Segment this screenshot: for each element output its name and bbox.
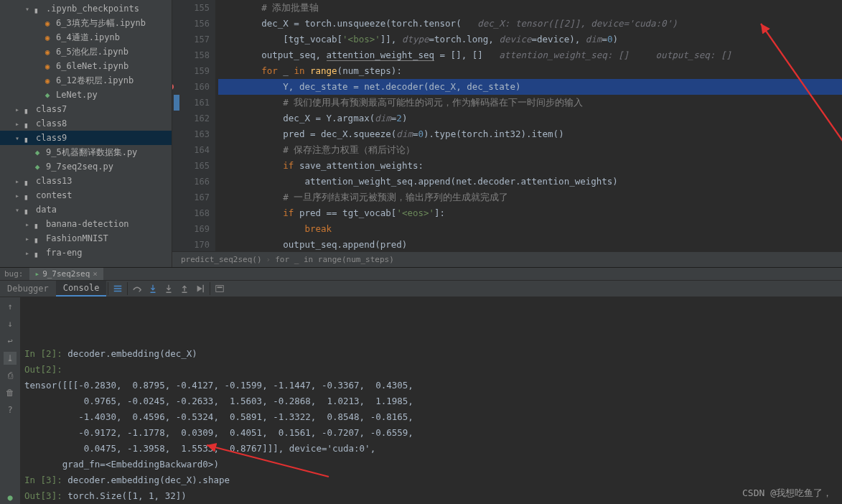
close-icon[interactable]: × xyxy=(93,269,98,279)
tree-item[interactable]: ▸▖FashionMNIST xyxy=(0,231,172,246)
expand-icon[interactable]: ▸ xyxy=(23,249,32,257)
tree-label: class8 xyxy=(36,118,67,129)
code-line[interactable]: pred = dec_X.squeeze(dim=0).type(torch.i… xyxy=(218,126,842,142)
code-line[interactable]: # 我们使用具有预测最高可能性的词元，作为解码器在下一时间步的输入 xyxy=(218,95,842,111)
console-line: -1.4030, 0.4596, -0.5324, 0.5891, -1.332… xyxy=(24,409,838,425)
expand-icon[interactable] xyxy=(23,149,32,157)
tree-item[interactable]: ◆LeNet.py xyxy=(0,88,172,102)
code-line[interactable]: output_seq.append(pred) xyxy=(218,237,842,251)
expand-icon[interactable] xyxy=(33,34,42,42)
code-line[interactable]: for _ in range(num_steps): xyxy=(218,63,842,79)
tree-label: contest xyxy=(36,190,72,200)
tree-item[interactable]: ▾▖data xyxy=(0,202,172,217)
step-into-my-icon[interactable] xyxy=(161,281,177,297)
jupyter-icon: ◉ xyxy=(42,17,53,29)
code-line[interactable]: if pred == tgt_vocab['<eos>']: xyxy=(218,205,842,221)
code-line[interactable]: Y, dec_state = net.decoder(dec_X, dec_st… xyxy=(218,79,842,95)
expand-icon[interactable] xyxy=(33,48,42,56)
code-editor[interactable]: 1551561571581591601611621631641651661671… xyxy=(172,0,842,267)
crumb-0[interactable]: predict_seq2seq() xyxy=(181,255,262,264)
jupyter-icon: ◉ xyxy=(42,32,53,43)
code-line[interactable]: attention_weight_seq.append(net.decoder.… xyxy=(218,174,842,190)
tree-item[interactable]: ▸▖banana-detection xyxy=(0,217,172,231)
trash-icon[interactable]: 🗑 xyxy=(4,386,17,399)
print-icon[interactable]: ⎙ xyxy=(4,369,17,382)
expand-icon[interactable]: ▸ xyxy=(13,106,22,113)
breadcrumb[interactable]: predict_seq2seq() › for _ in range(num_s… xyxy=(172,251,842,267)
help-icon[interactable]: ? xyxy=(4,403,17,416)
code-line[interactable]: dec_X = Y.argmax(dim=2) xyxy=(218,111,842,126)
menu-icon[interactable] xyxy=(110,281,126,297)
code-line[interactable]: # 一旦序列结束词元被预测，输出序列的生成就完成了 xyxy=(218,190,842,205)
scroll-end-icon[interactable]: ⤓ xyxy=(4,352,17,365)
code-line[interactable]: [tgt_vocab['<bos>']], dtype=torch.long, … xyxy=(218,32,842,47)
code-line[interactable]: output_seq, attention_weight_seq = [], [… xyxy=(218,47,842,63)
tree-label: class9 xyxy=(36,133,67,143)
expand-icon[interactable]: ▾ xyxy=(13,206,22,214)
tree-item[interactable]: ◉6_6leNet.ipynb xyxy=(0,59,172,73)
tree-item[interactable]: ◉6_5池化层.ipynb xyxy=(0,45,172,59)
folder-icon: ▖ xyxy=(22,190,33,201)
expand-icon[interactable]: ▾ xyxy=(23,5,32,13)
tree-item[interactable]: ◉6_4通道.ipynb xyxy=(0,30,172,45)
tree-item[interactable]: ▸▖class7 xyxy=(0,102,172,116)
console-line: In [2]: decoder.embedding(dec_X) xyxy=(24,346,838,362)
tab-debugger[interactable]: Debugger xyxy=(0,281,56,297)
evaluate-icon[interactable] xyxy=(212,281,228,297)
breakpoint-icon[interactable] xyxy=(172,84,174,90)
expand-icon[interactable] xyxy=(23,163,32,171)
tree-item[interactable]: ▾▖class9 xyxy=(0,131,172,145)
crumb-1[interactable]: for _ in range(num_steps) xyxy=(275,255,394,264)
tree-item[interactable]: ▸▖class8 xyxy=(0,116,172,131)
code-line[interactable]: # 添加批量轴 xyxy=(218,0,842,16)
folder-icon: ▖ xyxy=(22,103,33,115)
tab-console[interactable]: Console xyxy=(56,281,107,297)
tree-item[interactable]: ◉6_3填充与步幅.ipynb xyxy=(0,16,172,30)
expand-icon[interactable]: ▾ xyxy=(13,134,22,142)
code-line[interactable]: if save_attention_weights: xyxy=(218,158,842,174)
step-out-icon[interactable] xyxy=(177,281,192,297)
tree-item[interactable]: ▸▖fra-eng xyxy=(0,246,172,260)
tree-item[interactable]: ◉6_12卷积层.ipynb xyxy=(0,73,172,88)
code-line[interactable]: break xyxy=(218,221,842,237)
step-over-icon[interactable] xyxy=(129,281,145,297)
jupyter-icon: ◉ xyxy=(42,75,53,86)
up-icon[interactable]: ↑ xyxy=(4,300,17,313)
watermark: CSDN @我想吃鱼了， xyxy=(742,487,832,500)
code-line[interactable]: # 保存注意力权重（稍后讨论） xyxy=(218,142,842,158)
debug-toolbar: Debugger Console xyxy=(0,280,842,297)
expand-icon[interactable]: ▸ xyxy=(23,235,32,243)
console-line: -0.9172, -1.1778, 0.0309, 0.4051, 0.1561… xyxy=(24,425,838,441)
expand-icon[interactable] xyxy=(33,91,42,99)
expand-icon[interactable] xyxy=(33,62,42,70)
tree-label: 6_4通道.ipynb xyxy=(56,32,120,44)
tree-label: 6_3填充与步幅.ipynb xyxy=(56,17,146,29)
line-gutter[interactable]: 1551561571581591601611621631641651661671… xyxy=(172,0,215,251)
tree-item[interactable]: ▾▖.ipynb_checkpoints xyxy=(0,1,172,16)
python-console-icon[interactable]: ● xyxy=(4,491,17,504)
tree-item[interactable]: ◆9_7seq2seq.py xyxy=(0,159,172,174)
down-icon[interactable]: ↓ xyxy=(4,317,17,330)
wrap-icon[interactable]: ↩ xyxy=(4,335,17,347)
svg-rect-1 xyxy=(203,285,204,293)
python-icon: ◆ xyxy=(32,161,43,172)
expand-icon[interactable]: ▸ xyxy=(13,120,22,128)
project-tree[interactable]: ▾▖.ipynb_checkpoints ◉6_3填充与步幅.ipynb ◉6_… xyxy=(0,0,172,267)
expand-icon[interactable]: ▸ xyxy=(13,177,22,185)
tree-item[interactable]: ◆9_5机器翻译数据集.py xyxy=(0,145,172,159)
expand-icon[interactable] xyxy=(33,77,42,85)
step-into-icon[interactable] xyxy=(145,281,161,297)
expand-icon[interactable]: ▸ xyxy=(23,220,32,228)
expand-icon[interactable] xyxy=(33,19,42,27)
console-line: grad_fn=<EmbeddingBackward0>) xyxy=(24,457,838,472)
debug-file-tab[interactable]: ▸ 9_7seq2seq × xyxy=(29,268,103,280)
code-line[interactable]: dec_X = torch.unsqueeze(torch.tensor( de… xyxy=(218,16,842,32)
expand-icon[interactable]: ▸ xyxy=(13,192,22,200)
console-output[interactable]: In [2]: decoder.embedding(dec_X)Out[2]:t… xyxy=(20,297,842,504)
tree-item[interactable]: ▸▖contest xyxy=(0,188,172,202)
console-line: In [3]: decoder.embedding(dec_X).shape xyxy=(24,472,838,488)
tree-item[interactable]: ▸▖class13 xyxy=(0,174,172,188)
tree-label: LeNet.py xyxy=(56,90,98,100)
tree-label: 6_6leNet.ipynb xyxy=(56,61,128,71)
run-to-cursor-icon[interactable] xyxy=(192,281,208,297)
